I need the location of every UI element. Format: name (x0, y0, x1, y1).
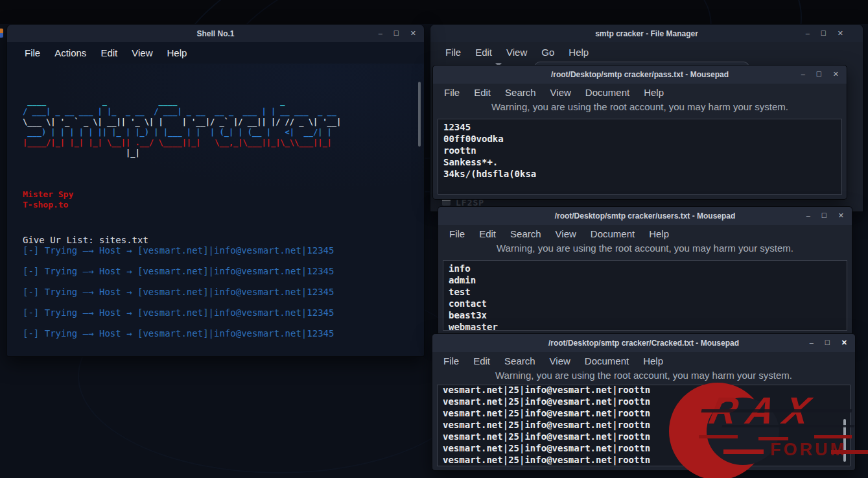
menu-view[interactable]: View (124, 47, 159, 58)
close-button[interactable]: ✕ (838, 30, 843, 37)
window-title: smtp cracker - File Manager (595, 29, 698, 38)
menu-file[interactable]: File (436, 355, 466, 366)
menu-file[interactable]: File (437, 87, 467, 98)
root-warning-banner: Warning, you are using the root account,… (432, 370, 855, 386)
mousepad-titlebar[interactable]: /root/Desktop/smtp cracker/users.txt - M… (438, 207, 852, 225)
menu-search[interactable]: Search (503, 228, 548, 239)
ascii-art-banner: ____ _ ____ _ / ___| _ __ ___ | |_ _ __ … (23, 96, 424, 158)
trying-output-lines: [-] Trying —→ Host → [vesmart.net]|info@… (23, 245, 424, 339)
menu-search[interactable]: Search (497, 355, 543, 366)
close-button[interactable]: ✕ (838, 212, 844, 219)
password-list: 12345 00ff00vodka roottn Sankess*+. 34ks… (443, 121, 836, 180)
ascii-art-line: ____ _ ____ _ (23, 96, 424, 106)
menu-view[interactable]: View (543, 87, 578, 98)
close-button[interactable]: ✕ (410, 30, 416, 37)
menu-edit[interactable]: Edit (468, 47, 499, 58)
menu-go[interactable]: Go (534, 47, 561, 58)
credits-text: Mister Spy T-shop.to (23, 189, 424, 210)
menu-edit[interactable]: Edit (472, 228, 503, 239)
mousepad-users-window: /root/Desktop/smtp cracker/users.txt - M… (438, 206, 852, 336)
menu-file[interactable]: File (442, 228, 472, 239)
file-manager-menubar: File Edit View Go Help (430, 42, 863, 62)
ascii-art-line: / ___| _ __ ___ | |_ _ __ / ___| _ __ __… (23, 106, 424, 117)
minimize-button[interactable]: – (806, 30, 810, 37)
menu-search[interactable]: Search (498, 87, 543, 98)
menu-file[interactable]: File (18, 47, 47, 58)
mousepad-menubar: File Edit Search View Document Help (433, 84, 847, 101)
scrollbar-thumb[interactable] (843, 419, 846, 462)
ascii-art-line: ___) | | | | | || |_ | |_) | |___ | | | … (23, 127, 424, 137)
menu-document[interactable]: Document (578, 355, 636, 366)
mousepad-menubar: File Edit Search View Document Help (432, 352, 855, 370)
text-editor-area[interactable]: 12345 00ff00vodka roottn Sankess*+. 34ks… (438, 119, 842, 195)
window-title: /root/Desktop/smtp cracker/pass.txt - Mo… (551, 70, 729, 79)
root-warning-banner: Warning, you are using the root account,… (438, 243, 852, 259)
scrollbar-thumb[interactable] (418, 82, 421, 147)
menu-view[interactable]: View (543, 355, 578, 366)
menu-help[interactable]: Help (642, 228, 676, 239)
menu-help[interactable]: Help (637, 87, 671, 98)
file-manager-titlebar[interactable]: smtp cracker - File Manager – ☐ ✕ (430, 25, 863, 42)
root-warning-banner: Warning, you are using the root account,… (433, 101, 847, 117)
menu-help[interactable]: Help (159, 47, 194, 58)
minimize-button[interactable]: – (810, 339, 814, 346)
minimize-button[interactable]: – (801, 71, 805, 78)
minimize-button[interactable]: – (806, 212, 810, 219)
text-editor-area[interactable]: vesmart.net|25|info@vesmart.net|roottn v… (437, 385, 850, 466)
user-list: info admin test contact beast3x webmaste… (449, 263, 841, 331)
terminal-titlebar[interactable]: Shell No.1 – ☐ ✕ (7, 25, 424, 42)
text-editor-area[interactable]: info admin test contact beast3x webmaste… (443, 260, 847, 331)
menu-view[interactable]: View (548, 228, 583, 239)
ascii-art-line: |____/|_| |_| |_| \__|| .__/ \____||_| \… (23, 137, 424, 148)
desktop: smtp cracker - File Manager – ☐ ✕ File E… (0, 0, 868, 478)
window-title: /root/Desktop/smtp cracker/users.txt - M… (555, 211, 736, 221)
mousepad-titlebar[interactable]: /root/Desktop/smtp cracker/pass.txt - Mo… (433, 66, 847, 84)
terminal-window: Shell No.1 – ☐ ✕ File Actions Edit View … (6, 24, 425, 357)
maximize-button[interactable]: ☐ (821, 30, 827, 37)
menu-help[interactable]: Help (561, 47, 596, 58)
maximize-button[interactable]: ☐ (825, 340, 830, 346)
ascii-art-line: \___ \| '_ ` _ \| __|| '_ \| | | '__|/ _… (23, 117, 424, 127)
mousepad-cracked-window: /root/Desktop/smtp cracker/Cracked.txt -… (432, 333, 856, 471)
window-title: Shell No.1 (196, 29, 234, 38)
mousepad-menubar: File Edit Search View Document Help (438, 225, 852, 243)
close-button[interactable]: ✕ (833, 71, 839, 78)
close-button[interactable]: ✕ (841, 339, 847, 346)
maximize-button[interactable]: ☐ (816, 71, 822, 78)
mousepad-pass-window: /root/Desktop/smtp cracker/pass.txt - Mo… (432, 65, 847, 200)
window-title: /root/Desktop/smtp cracker/Cracked.txt -… (548, 339, 739, 348)
maximize-button[interactable]: ☐ (821, 213, 827, 219)
ascii-art-line: |_| (23, 148, 424, 158)
cracked-results-list: vesmart.net|25|info@vesmart.net|roottn v… (443, 385, 845, 466)
menu-document[interactable]: Document (578, 87, 637, 98)
terminal-menubar: File Actions Edit View Help (7, 42, 424, 64)
menu-file[interactable]: File (438, 47, 468, 58)
menu-edit[interactable]: Edit (466, 355, 497, 366)
minimize-button[interactable]: – (379, 30, 382, 37)
menu-view[interactable]: View (499, 47, 534, 58)
prompt-line: Give Ur List: sites.txt (23, 235, 424, 245)
maximize-button[interactable]: ☐ (393, 30, 399, 37)
menu-actions[interactable]: Actions (47, 47, 93, 58)
terminal-output-area[interactable]: ____ _ ____ _ / ___| _ __ ___ | |_ _ __ … (7, 64, 424, 357)
menu-edit[interactable]: Edit (93, 47, 124, 58)
menu-help[interactable]: Help (636, 355, 670, 366)
mousepad-titlebar[interactable]: /root/Desktop/smtp cracker/Cracked.txt -… (432, 334, 855, 352)
edge-app-icon (0, 29, 3, 38)
menu-edit[interactable]: Edit (467, 87, 498, 98)
menu-document[interactable]: Document (583, 228, 642, 239)
